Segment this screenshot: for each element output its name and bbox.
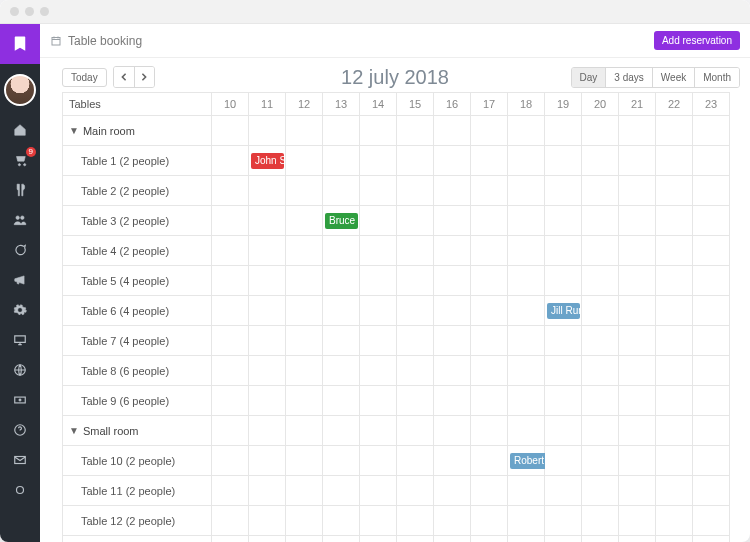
time-cell[interactable] xyxy=(693,476,730,506)
time-cell[interactable] xyxy=(619,386,656,416)
time-cell[interactable] xyxy=(471,416,508,446)
time-cell[interactable] xyxy=(693,236,730,266)
time-cell[interactable] xyxy=(508,416,545,446)
time-cell[interactable] xyxy=(323,266,360,296)
nav-display[interactable] xyxy=(10,332,30,348)
time-cell[interactable] xyxy=(656,296,693,326)
prev-button[interactable] xyxy=(114,67,134,87)
time-cell[interactable] xyxy=(693,416,730,446)
time-cell[interactable] xyxy=(397,176,434,206)
time-cell[interactable] xyxy=(286,446,323,476)
app-logo[interactable] xyxy=(0,24,40,64)
time-cell[interactable] xyxy=(545,386,582,416)
time-cell[interactable] xyxy=(582,116,619,146)
time-cell[interactable] xyxy=(619,236,656,266)
group-row[interactable]: ▼Small room xyxy=(62,416,212,446)
time-cell[interactable] xyxy=(471,146,508,176)
time-cell[interactable] xyxy=(434,386,471,416)
time-cell[interactable] xyxy=(656,356,693,386)
time-cell[interactable] xyxy=(693,386,730,416)
time-cell[interactable] xyxy=(286,176,323,206)
time-cell[interactable] xyxy=(656,266,693,296)
time-cell[interactable] xyxy=(397,326,434,356)
time-cell[interactable] xyxy=(212,326,249,356)
time-cell[interactable] xyxy=(360,146,397,176)
time-cell[interactable] xyxy=(323,326,360,356)
time-cell[interactable] xyxy=(323,176,360,206)
time-cell[interactable] xyxy=(249,476,286,506)
time-cell[interactable] xyxy=(693,176,730,206)
time-cell[interactable] xyxy=(619,206,656,236)
nav-messages[interactable] xyxy=(10,452,30,468)
time-cell[interactable] xyxy=(582,356,619,386)
time-cell[interactable] xyxy=(434,326,471,356)
time-cell[interactable] xyxy=(286,386,323,416)
time-cell[interactable] xyxy=(397,296,434,326)
time-cell[interactable] xyxy=(582,146,619,176)
time-cell[interactable] xyxy=(582,266,619,296)
time-cell[interactable] xyxy=(249,356,286,386)
time-cell[interactable] xyxy=(471,476,508,506)
time-cell[interactable] xyxy=(323,506,360,536)
time-cell[interactable] xyxy=(397,266,434,296)
time-cell[interactable] xyxy=(545,416,582,446)
time-cell[interactable] xyxy=(397,356,434,386)
time-cell[interactable] xyxy=(249,416,286,446)
time-cell[interactable] xyxy=(693,536,730,542)
time-cell[interactable] xyxy=(212,536,249,542)
time-cell[interactable] xyxy=(249,236,286,266)
time-cell[interactable] xyxy=(397,386,434,416)
time-cell[interactable] xyxy=(323,416,360,446)
time-cell[interactable] xyxy=(656,386,693,416)
time-cell[interactable] xyxy=(619,326,656,356)
time-cell[interactable] xyxy=(249,296,286,326)
time-cell[interactable] xyxy=(471,296,508,326)
time-cell[interactable] xyxy=(360,116,397,146)
time-cell[interactable] xyxy=(471,326,508,356)
add-reservation-button[interactable]: Add reservation xyxy=(654,31,740,50)
group-row[interactable]: ▼Main room xyxy=(62,116,212,146)
time-cell[interactable] xyxy=(434,476,471,506)
time-cell[interactable] xyxy=(249,116,286,146)
time-cell[interactable] xyxy=(212,356,249,386)
time-cell[interactable] xyxy=(212,416,249,446)
time-cell[interactable] xyxy=(434,506,471,536)
time-cell[interactable] xyxy=(471,356,508,386)
time-cell[interactable] xyxy=(212,476,249,506)
view-month[interactable]: Month xyxy=(694,68,739,87)
time-cell[interactable] xyxy=(249,386,286,416)
time-cell[interactable] xyxy=(545,206,582,236)
time-cell[interactable] xyxy=(693,266,730,296)
time-cell[interactable] xyxy=(397,506,434,536)
time-cell[interactable] xyxy=(323,146,360,176)
time-cell[interactable] xyxy=(693,446,730,476)
time-cell[interactable] xyxy=(619,266,656,296)
time-cell[interactable] xyxy=(545,326,582,356)
time-cell[interactable] xyxy=(397,116,434,146)
traffic-light-close[interactable] xyxy=(10,7,19,16)
time-cell[interactable] xyxy=(545,116,582,146)
view-week[interactable]: Week xyxy=(652,68,694,87)
time-cell[interactable] xyxy=(360,506,397,536)
time-cell[interactable] xyxy=(471,536,508,542)
time-cell[interactable] xyxy=(656,446,693,476)
time-cell[interactable] xyxy=(434,266,471,296)
time-cell[interactable] xyxy=(656,476,693,506)
time-cell[interactable] xyxy=(545,506,582,536)
nav-customers[interactable] xyxy=(10,212,30,228)
time-cell[interactable]: Kenny Ev xyxy=(286,536,323,542)
time-cell[interactable] xyxy=(656,236,693,266)
time-cell[interactable] xyxy=(434,176,471,206)
time-cell[interactable] xyxy=(656,326,693,356)
time-cell[interactable] xyxy=(471,446,508,476)
time-cell[interactable] xyxy=(434,296,471,326)
view-3days[interactable]: 3 days xyxy=(605,68,651,87)
time-cell[interactable] xyxy=(693,116,730,146)
time-cell[interactable] xyxy=(619,146,656,176)
time-cell[interactable]: Jill Rums xyxy=(545,296,582,326)
time-cell[interactable] xyxy=(508,176,545,206)
time-cell[interactable] xyxy=(545,536,582,542)
time-cell[interactable] xyxy=(434,146,471,176)
time-cell[interactable] xyxy=(360,206,397,236)
time-cell[interactable] xyxy=(693,296,730,326)
